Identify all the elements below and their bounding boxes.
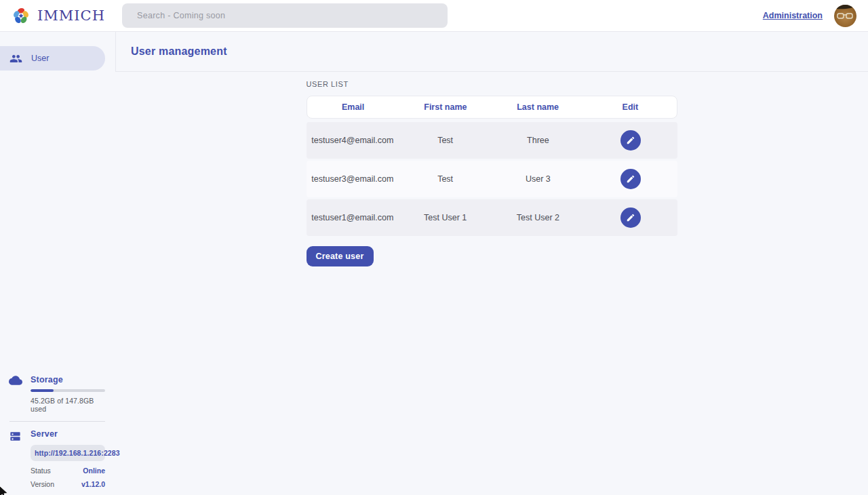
page-header: User management bbox=[115, 32, 868, 72]
header-email: Email bbox=[307, 102, 399, 112]
top-bar: IMMICH Administration bbox=[0, 0, 868, 32]
sidebar-status-panel: Storage 45.2GB of 147.8GB used Server ht… bbox=[0, 375, 115, 488]
header-edit: Edit bbox=[584, 102, 676, 112]
pencil-icon bbox=[626, 213, 635, 222]
cloud-icon bbox=[9, 375, 22, 413]
table-row: testuser4@email.com Test Three bbox=[307, 122, 677, 159]
sidebar-item-user[interactable]: User bbox=[0, 46, 105, 71]
server-title: Server bbox=[31, 429, 105, 439]
cell-first-name: Test bbox=[399, 174, 492, 184]
main-content: User management USER LIST Email First na… bbox=[115, 32, 868, 495]
search-input[interactable] bbox=[122, 3, 448, 28]
table-header-row: Email First name Last name Edit bbox=[307, 96, 677, 119]
cell-first-name: Test User 1 bbox=[399, 213, 492, 222]
topbar-actions: Administration bbox=[763, 5, 856, 27]
page-title: User management bbox=[131, 45, 227, 58]
header-last-name: Last name bbox=[492, 102, 584, 112]
table-body: testuser4@email.com Test Three testuser3… bbox=[307, 122, 677, 238]
status-label: Status bbox=[31, 467, 51, 475]
server-icon bbox=[9, 429, 22, 488]
cell-email: testuser1@email.com bbox=[307, 213, 399, 222]
server-version-row: Version v1.12.0 bbox=[31, 480, 105, 488]
storage-title: Storage bbox=[31, 375, 105, 384]
create-user-button[interactable]: Create user bbox=[307, 246, 374, 266]
section-title: USER LIST bbox=[307, 80, 349, 88]
table-row: testuser1@email.com Test User 1 Test Use… bbox=[307, 199, 677, 236]
app-logo[interactable]: IMMICH bbox=[11, 5, 105, 26]
server-url: http://192.168.1.216:2283 bbox=[31, 445, 105, 461]
header-first-name: First name bbox=[399, 102, 492, 112]
cell-first-name: Test bbox=[399, 136, 492, 145]
app-title: IMMICH bbox=[37, 7, 105, 24]
storage-section: Storage 45.2GB of 147.8GB used bbox=[0, 375, 115, 413]
sidebar: User Storage 45.2GB of 147.8GB used bbox=[0, 32, 115, 495]
server-section: Server http://192.168.1.216:2283 Status … bbox=[0, 429, 115, 488]
user-list-panel: USER LIST Email First name Last name Edi… bbox=[307, 72, 677, 266]
status-value: Online bbox=[83, 467, 105, 475]
user-avatar[interactable] bbox=[834, 5, 856, 27]
pencil-icon bbox=[626, 136, 635, 145]
immich-admin-page: { "topbar": { "logo_text": "IMMICH", "se… bbox=[0, 0, 868, 495]
immich-flower-icon bbox=[11, 5, 31, 26]
storage-progress-fill bbox=[31, 389, 54, 392]
storage-usage-text: 45.2GB of 147.8GB used bbox=[31, 397, 105, 413]
cell-email: testuser4@email.com bbox=[307, 136, 399, 145]
administration-link[interactable]: Administration bbox=[763, 11, 823, 20]
cell-email: testuser3@email.com bbox=[307, 174, 399, 184]
sidebar-divider bbox=[9, 421, 105, 422]
edit-user-button[interactable] bbox=[620, 130, 641, 151]
sidebar-item-label: User bbox=[31, 54, 49, 63]
edit-user-button[interactable] bbox=[620, 207, 641, 228]
table-row: testuser3@email.com Test User 3 bbox=[307, 161, 677, 197]
cell-last-name: User 3 bbox=[492, 174, 585, 184]
edit-user-button[interactable] bbox=[620, 169, 641, 189]
version-label: Version bbox=[31, 480, 54, 488]
glasses-icon bbox=[837, 12, 854, 20]
storage-progress-bar bbox=[31, 389, 105, 392]
cell-last-name: Test User 2 bbox=[492, 213, 585, 222]
users-icon bbox=[9, 52, 22, 65]
version-value: v1.12.0 bbox=[81, 480, 105, 488]
cell-last-name: Three bbox=[492, 136, 585, 145]
server-status-row: Status Online bbox=[31, 467, 105, 475]
pencil-icon bbox=[626, 174, 635, 184]
